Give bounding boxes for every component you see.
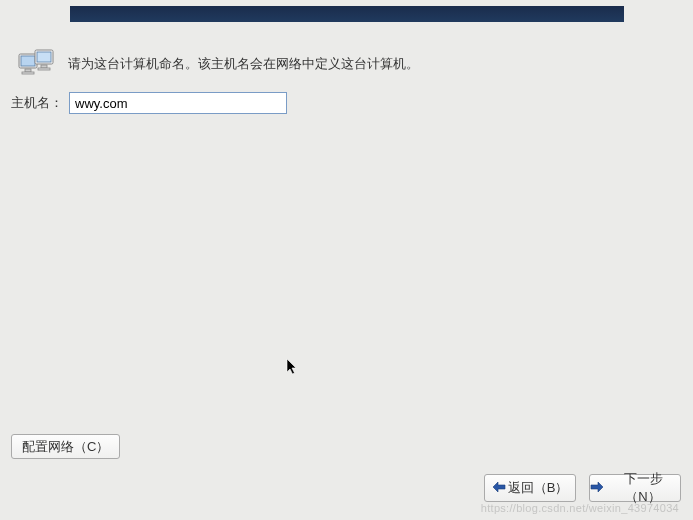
instruction-text: 请为这台计算机命名。该主机名会在网络中定义这台计算机。 bbox=[68, 55, 419, 73]
configure-network-button[interactable]: 配置网络（C） bbox=[11, 434, 120, 459]
instruction-row: 请为这台计算机命名。该主机名会在网络中定义这台计算机。 bbox=[18, 48, 419, 80]
hostname-label: 主机名： bbox=[11, 94, 63, 112]
arrow-left-icon bbox=[492, 481, 506, 496]
arrow-right-icon bbox=[590, 481, 604, 496]
svg-rect-7 bbox=[38, 68, 50, 70]
bottom-buttons: 返回（B） 下一步（N） bbox=[484, 474, 681, 502]
back-label: 返回（B） bbox=[508, 479, 569, 497]
cursor-icon bbox=[286, 358, 300, 379]
next-button[interactable]: 下一步（N） bbox=[589, 474, 681, 502]
configure-network-container: 配置网络（C） bbox=[11, 434, 120, 459]
next-label: 下一步（N） bbox=[606, 470, 680, 506]
configure-network-label: 配置网络（C） bbox=[22, 438, 109, 456]
svg-rect-3 bbox=[22, 72, 34, 74]
svg-rect-1 bbox=[21, 56, 35, 66]
hostname-row: 主机名： bbox=[11, 92, 287, 114]
svg-rect-6 bbox=[41, 65, 47, 68]
hostname-input[interactable] bbox=[69, 92, 287, 114]
svg-rect-5 bbox=[37, 52, 51, 62]
back-button[interactable]: 返回（B） bbox=[484, 474, 576, 502]
svg-rect-2 bbox=[25, 69, 31, 72]
computer-icon bbox=[18, 48, 56, 80]
header-banner bbox=[70, 6, 624, 22]
